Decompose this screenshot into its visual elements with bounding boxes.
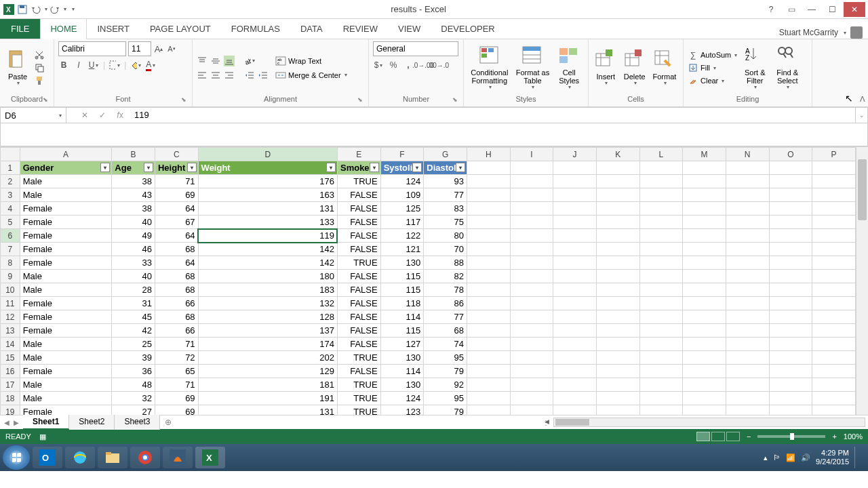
grid-cell[interactable]: [726, 243, 769, 256]
grid-cell[interactable]: [639, 161, 683, 175]
col-header-C[interactable]: C: [155, 148, 198, 161]
font-launcher[interactable]: ⬊: [181, 95, 186, 104]
align-middle-icon[interactable]: [210, 56, 221, 66]
grid-cell[interactable]: 64: [155, 229, 198, 243]
taskbar-matlab[interactable]: [163, 447, 193, 468]
grid-cell[interactable]: [639, 338, 683, 351]
grid-cell[interactable]: [467, 188, 510, 202]
grid-cell[interactable]: [596, 324, 639, 338]
zoom-slider[interactable]: [757, 435, 825, 438]
grid-cell[interactable]: [683, 324, 726, 338]
grid-cell[interactable]: TRUE: [337, 256, 380, 270]
grid-cell[interactable]: 64: [155, 256, 198, 270]
grid-cell[interactable]: 75: [424, 216, 467, 229]
grid-cell[interactable]: 79: [424, 405, 467, 415]
grid-cell[interactable]: 131: [198, 405, 337, 415]
zoom-level[interactable]: 100%: [844, 432, 863, 441]
align-left-icon[interactable]: [197, 70, 208, 81]
grid-cell[interactable]: 66: [155, 324, 198, 338]
table-header-gender[interactable]: Gender▾: [20, 161, 112, 175]
grid-cell[interactable]: 127: [380, 338, 424, 351]
grid-cell[interactable]: [596, 270, 639, 283]
filter-dropdown-icon[interactable]: ▾: [326, 163, 336, 172]
grid-cell[interactable]: [683, 310, 726, 324]
grid-cell[interactable]: 77: [424, 188, 467, 202]
grid-cell[interactable]: 86: [424, 297, 467, 310]
grid-cell[interactable]: 114: [380, 365, 424, 378]
grid-cell[interactable]: [683, 405, 726, 415]
grid-cell[interactable]: [726, 310, 769, 324]
taskbar-chrome[interactable]: [130, 447, 160, 468]
help-icon[interactable]: ?: [762, 3, 780, 16]
grid-cell[interactable]: [467, 310, 510, 324]
grid-cell[interactable]: [769, 392, 812, 405]
grid-cell[interactable]: [769, 256, 812, 270]
grid-cell[interactable]: [553, 270, 597, 283]
col-header-K[interactable]: K: [596, 148, 639, 161]
sheet-tab-sheet1[interactable]: Sheet1: [23, 415, 69, 430]
col-header-E[interactable]: E: [337, 148, 380, 161]
col-header-D[interactable]: D: [198, 148, 337, 161]
grid-cell[interactable]: 45: [112, 310, 155, 324]
grid-cell[interactable]: [683, 256, 726, 270]
col-header-M[interactable]: M: [683, 148, 726, 161]
vertical-scrollbar[interactable]: [856, 147, 868, 415]
grid-cell[interactable]: 79: [424, 365, 467, 378]
grid-cell[interactable]: FALSE: [337, 202, 380, 216]
grid-cell[interactable]: Male: [20, 283, 112, 297]
grid-cell[interactable]: [769, 324, 812, 338]
grid-cell[interactable]: 142: [198, 256, 337, 270]
undo-icon[interactable]: [30, 3, 42, 16]
row-header-1[interactable]: 1: [1, 161, 20, 175]
grid-cell[interactable]: [769, 243, 812, 256]
orientation-icon[interactable]: ab▾: [244, 56, 255, 66]
grid-cell[interactable]: Male: [20, 378, 112, 392]
grid-cell[interactable]: [467, 216, 510, 229]
grid-cell[interactable]: Female: [20, 310, 112, 324]
grid-cell[interactable]: [467, 270, 510, 283]
grid-cell[interactable]: [769, 297, 812, 310]
grid-cell[interactable]: 33: [112, 256, 155, 270]
maximize-icon[interactable]: ☐: [823, 3, 841, 16]
grid-cell[interactable]: FALSE: [337, 283, 380, 297]
grid-cell[interactable]: [683, 378, 726, 392]
grid-cell[interactable]: 137: [198, 324, 337, 338]
table-header-smoker[interactable]: Smoker▾: [337, 161, 380, 175]
grid-cell[interactable]: 174: [198, 338, 337, 351]
fill-color-icon[interactable]: ▾: [130, 60, 141, 70]
grid-cell[interactable]: [553, 310, 597, 324]
row-header-16[interactable]: 16: [1, 365, 20, 378]
grid-cell[interactable]: [639, 188, 683, 202]
grid-cell[interactable]: 82: [424, 270, 467, 283]
grid-cell[interactable]: Female: [20, 202, 112, 216]
grid-cell[interactable]: [639, 310, 683, 324]
zoom-out-button[interactable]: −: [747, 432, 751, 441]
grid-cell[interactable]: [553, 202, 597, 216]
grid-cell[interactable]: 88: [424, 256, 467, 270]
grid-cell[interactable]: [812, 297, 856, 310]
grid-cell[interactable]: 142: [198, 243, 337, 256]
grid-cell[interactable]: 121: [380, 243, 424, 256]
grid-cell[interactable]: 72: [155, 351, 198, 365]
grid-cell[interactable]: 131: [198, 202, 337, 216]
row-header-6[interactable]: 6: [1, 229, 20, 243]
grid-cell[interactable]: Female: [20, 256, 112, 270]
grid-cell[interactable]: FALSE: [337, 243, 380, 256]
align-top-icon[interactable]: [197, 56, 208, 66]
grid-cell[interactable]: [553, 216, 597, 229]
row-header-13[interactable]: 13: [1, 324, 20, 338]
row-header-8[interactable]: 8: [1, 256, 20, 270]
row-header-14[interactable]: 14: [1, 338, 20, 351]
grid-cell[interactable]: [596, 256, 639, 270]
grid-cell[interactable]: [812, 202, 856, 216]
grid-cell[interactable]: [510, 310, 553, 324]
grid-cell[interactable]: Female: [20, 405, 112, 415]
grid-cell[interactable]: [553, 324, 597, 338]
col-header-G[interactable]: G: [424, 148, 467, 161]
row-header-15[interactable]: 15: [1, 351, 20, 365]
delete-cells-button[interactable]: Delete▾: [621, 43, 647, 92]
grid-cell[interactable]: [467, 297, 510, 310]
grid-cell[interactable]: [683, 229, 726, 243]
name-box[interactable]: D6▾: [0, 107, 66, 123]
grid-cell[interactable]: [467, 243, 510, 256]
